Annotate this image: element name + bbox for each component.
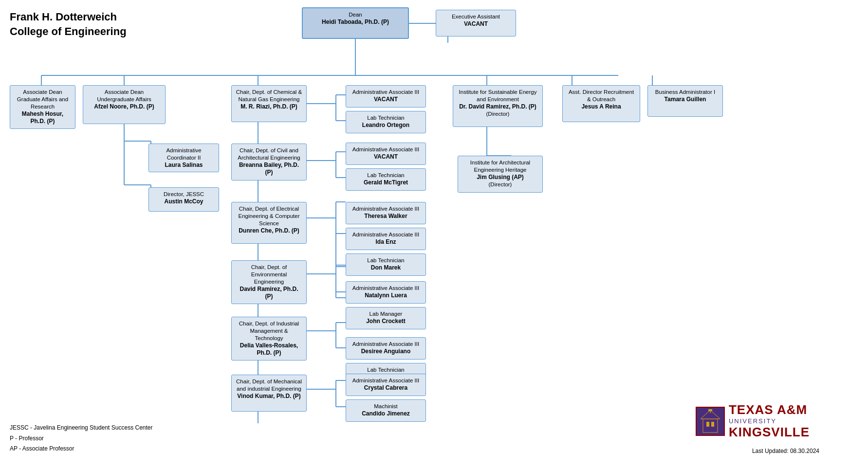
lab-tech-civil-name: Gerald McTigret [350,179,422,187]
director-jessc-box: Director, JESSC Austin McCoy [148,187,219,212]
chair-civil-title: Chair, Dept. of Civil and Architectural … [236,147,302,162]
admin-assoc-mechanical-title: Administrative Associate III [350,377,422,384]
legend-ap: AP - Associate Professor [10,444,153,454]
chair-env-title: Chair, Dept. of Environmental Engineerin… [236,264,302,286]
svg-rect-57 [711,422,714,427]
legend-jessc: JESSC - Javelina Engineering Student Suc… [10,423,153,433]
admin-assoc-eecs-2-box: Administrative Associate III Ida Enz [346,228,426,250]
assoc-dean-grad-box: Associate Dean Graduate Affairs and Rese… [10,85,75,129]
admin-assoc-eecs-1-name: Theresa Walker [350,213,422,220]
admin-coordinator-box: Administrative Coordinator II Laura Sali… [148,144,219,172]
lab-tech-eecs-title: Lab Technician [350,257,422,264]
institute-energy-box: Institute for Sustainable Energy and Env… [453,85,543,127]
machinist-mechanical-title: Machinist [350,403,422,410]
chair-chemical-title: Chair, Dept. of Chemical & Natural Gas E… [236,89,302,103]
institute-energy-name: Dr. David Ramirez, Ph.D. (P) [457,103,538,111]
chair-mechanical-title: Chair, Dept. of Mechanical and industria… [236,378,302,393]
assoc-dean-undergrad-box: Associate Dean Undergraduate Affairs Afz… [83,85,166,124]
lab-tech-eecs-box: Lab Technician Don Marek [346,253,426,276]
lab-tech-chemical-box: Lab Technician Leandro Ortegon [346,111,426,133]
machinist-mechanical-name: Candido Jimenez [350,410,422,418]
admin-assoc-env-title: Administrative Associate III [350,285,422,292]
admin-coordinator-title: Administrative Coordinator II [153,147,215,162]
asst-director-title: Asst. Director Recruitment & Outreach [567,89,636,103]
chair-eecs-box: Chair, Dept. of Electrical Engineering &… [231,202,307,244]
lab-manager-env-box: Lab Manager John Crockett [346,307,426,329]
director-jessc-title: Director, JESSC [153,191,215,198]
admin-assoc-eecs-1-title: Administrative Associate III [350,205,422,213]
exec-assistant-title: Executive Assistant [440,13,512,20]
assoc-dean-grad-title: Associate Dean Graduate Affairs and Rese… [14,89,71,110]
admin-assoc-eecs-1-box: Administrative Associate III Theresa Wal… [346,202,426,224]
lab-manager-env-title: Lab Manager [350,310,422,318]
admin-coordinator-name: Laura Salinas [153,162,215,169]
logo-icon [696,407,725,436]
chair-chemical-name: M. R. Riazi, Ph.D. (P) [236,103,302,111]
dean-name: Heidi Taboada, Ph.D. (P) [307,18,404,26]
chair-chemical-box: Chair, Dept. of Chemical & Natural Gas E… [231,85,307,122]
admin-assoc-industrial-name: Desiree Anguiano [350,348,422,356]
exec-assistant-box: Executive Assistant VACANT [436,10,516,36]
institute-energy-title: Institute for Sustainable Energy and Env… [457,89,538,103]
institute-energy-subtitle: (Director) [457,110,538,118]
svg-rect-55 [703,419,718,433]
svg-rect-60 [708,409,712,411]
lab-manager-env-name: John Crockett [350,318,422,325]
admin-assoc-civil-1-box: Administrative Associate III VACANT [346,143,426,165]
college-title: Frank H. Dotterweich College of Engineer… [10,10,127,38]
assoc-dean-undergrad-title: Associate Dean Undergraduate Affairs [87,89,161,103]
admin-assoc-eecs-2-name: Ida Enz [350,238,422,246]
institute-arch-title: Institute for Architectural Engineering … [462,159,538,174]
admin-assoc-chemical-1-name: VACANT [350,96,422,104]
chair-eecs-name: Dunren Che, Ph.D. (P) [236,227,302,235]
chair-env-box: Chair, Dept. of Environmental Engineerin… [231,260,307,304]
chair-env-name: David Ramirez, Ph.D. (P) [236,286,302,301]
admin-assoc-mechanical-name: Crystal Cabrera [350,384,422,392]
institute-arch-box: Institute for Architectural Engineering … [458,156,543,193]
lab-tech-civil-box: Lab Technician Gerald McTigret [346,168,426,191]
org-chart-lines [0,0,868,469]
admin-assoc-mechanical-box: Administrative Associate III Crystal Cab… [346,374,426,396]
director-jessc-name: Austin McCoy [153,198,215,206]
admin-assoc-env-box: Administrative Associate III Natalynn Lu… [346,281,426,304]
admin-assoc-chemical-1-title: Administrative Associate III [350,89,422,96]
legend: JESSC - Javelina Engineering Student Suc… [10,423,153,454]
chair-mechanical-name: Vinod Kumar, Ph.D. (P) [236,393,302,400]
asst-director-name: Jesus A Reina [567,103,636,111]
admin-assoc-env-name: Natalynn Luera [350,292,422,300]
chair-industrial-title: Chair, Dept. of Industrial Management & … [236,320,302,342]
dean-box: Dean Heidi Taboada, Ph.D. (P) [302,7,409,39]
chair-civil-name: Breanna Bailey, Ph.D. (P) [236,162,302,177]
admin-assoc-civil-1-title: Administrative Associate III [350,146,422,153]
admin-assoc-chemical-1-box: Administrative Associate III VACANT [346,85,426,108]
business-admin-name: Tamara Guillen [652,96,719,104]
lab-tech-industrial-title: Lab Technician [350,366,422,374]
machinist-mechanical-box: Machinist Candido Jimenez [346,399,426,422]
last-updated: Last Updated: 08.30.2024 [752,448,819,454]
lab-tech-chemical-name: Leandro Ortegon [350,122,422,129]
asst-director-box: Asst. Director Recruitment & Outreach Je… [562,85,640,122]
chair-eecs-title: Chair, Dept. of Electrical Engineering &… [236,205,302,227]
assoc-dean-grad-name: Mahesh Hosur, Ph.D. (P) [14,110,71,126]
admin-assoc-civil-1-name: VACANT [350,153,422,161]
lab-tech-chemical-title: Lab Technician [350,114,422,122]
university-logo: TEXAS A&M UNIVERSITY KINGSVILLE [696,402,810,440]
svg-rect-56 [706,422,709,427]
chair-mechanical-box: Chair, Dept. of Mechanical and industria… [231,375,307,412]
dean-title: Dean [307,11,404,18]
lab-tech-eecs-name: Don Marek [350,264,422,272]
legend-p: P - Professor [10,433,153,444]
assoc-dean-undergrad-name: Afzel Noore, Ph.D. (P) [87,103,161,111]
business-admin-box: Business Administrator I Tamara Guillen [647,85,723,117]
admin-assoc-industrial-box: Administrative Associate III Desiree Ang… [346,337,426,360]
institute-arch-name: Jim Glusing (AP) [462,174,538,181]
institute-arch-subtitle: (Director) [462,181,538,188]
business-admin-title: Business Administrator I [652,89,719,96]
admin-assoc-industrial-title: Administrative Associate III [350,341,422,348]
chair-industrial-name: Delia Valles-Rosales, Ph.D. (P) [236,342,302,357]
admin-assoc-eecs-2-title: Administrative Associate III [350,231,422,238]
lab-tech-civil-title: Lab Technician [350,172,422,179]
chair-civil-box: Chair, Dept. of Civil and Architectural … [231,144,307,180]
exec-assistant-name: VACANT [440,20,512,28]
chair-industrial-box: Chair, Dept. of Industrial Management & … [231,317,307,361]
